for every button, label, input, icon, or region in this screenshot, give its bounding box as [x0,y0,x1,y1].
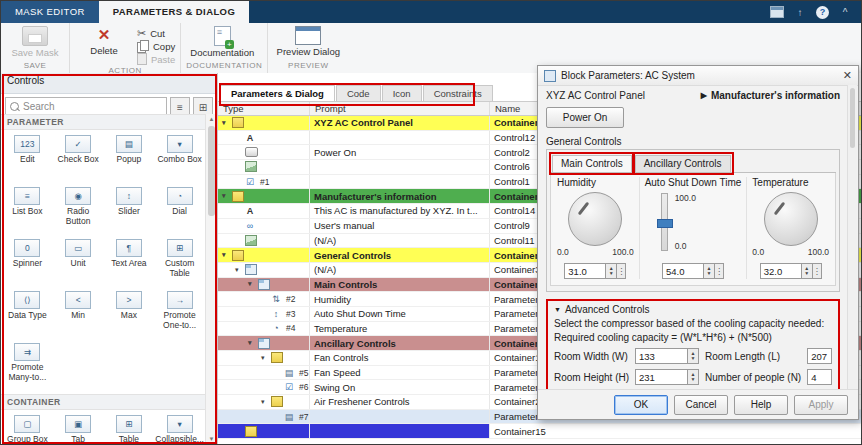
palette-item-spinner[interactable]: 0Spinner [2,235,53,287]
shutdown-slider[interactable] [661,193,668,251]
prompt-cell[interactable]: Power On [310,145,490,159]
prompt-cell[interactable]: XYZ AC Control Panel [310,116,490,130]
expand-caret-icon[interactable]: ▾ [222,192,231,200]
type-cell[interactable]: A [218,131,310,145]
scrollbar-thumb[interactable] [850,88,855,148]
spinner-arrows-icon[interactable]: ▲▼ [802,263,813,279]
type-cell[interactable]: ⇅#2 [218,292,310,306]
prompt-cell[interactable]: (N/A) [310,263,490,277]
prompt-cell[interactable] [310,160,490,174]
expand-caret-icon[interactable]: ▾ [261,398,270,406]
name-cell[interactable]: Container15 [490,424,861,438]
palette-item-data-type[interactable]: ⟨⟩Data Type [2,287,53,339]
type-cell[interactable]: ▾ [218,395,310,409]
palette-item-popup[interactable]: ▤Popup [104,131,155,183]
temperature-dial[interactable] [764,192,818,246]
palette-item-custom-table[interactable]: ⊞Custom Table [154,235,205,287]
prompt-cell[interactable] [310,131,490,145]
type-cell[interactable]: ☑#6 [218,380,310,394]
prompt-cell[interactable]: Ancillary Controls [310,336,490,350]
type-cell[interactable]: ▾ [218,351,310,365]
search-input[interactable]: Search [5,97,167,115]
palette-item-slider[interactable]: ↕Slider [104,183,155,235]
type-cell[interactable]: ☑#1 [218,175,310,189]
prompt-cell[interactable]: (N/A) [310,234,490,248]
more-options-icon[interactable]: ⋮ [715,263,724,279]
prompt-cell[interactable]: Fan Controls [310,351,490,365]
humidity-value[interactable]: 31.0 [564,263,606,279]
palette-item-collapsible[interactable]: ▾Collapsible... [154,411,205,444]
help-button[interactable]: Help [734,395,788,415]
palette-item-table[interactable]: ⊞Table [104,411,155,444]
power-on-button[interactable]: Power On [546,107,624,128]
palette-scrollbar[interactable]: ▲ ▼ [205,114,217,444]
spinner-arrows-icon[interactable]: ▲▼ [688,369,699,385]
palette-item-max[interactable]: >Max [104,287,155,339]
room-height-value[interactable]: 231 [635,369,688,385]
dialog-titlebar[interactable]: Block Parameters: AC System ✕ [538,66,858,86]
palette-item-promote-one-to[interactable]: →Promote One-to... [154,287,205,339]
palette-item-edit[interactable]: 123Edit [2,131,53,183]
collapse-caret-icon[interactable]: ▼ [554,306,561,313]
scroll-down-icon[interactable]: ▼ [209,434,215,444]
expand-caret-icon[interactable]: ▾ [235,266,244,274]
expand-caret-icon[interactable]: ▾ [222,119,231,127]
palette-item-text-area[interactable]: ¶Text Area [104,235,155,287]
expand-caret-icon[interactable]: ▾ [248,280,257,288]
documentation-button[interactable]: Documentation [186,25,258,58]
prompt-cell[interactable]: Fan Speed [310,366,490,380]
delete-button[interactable]: ✕ Delete [75,25,133,56]
palette-item-promote-many-to[interactable]: ⇉Promote Many-to... [2,339,53,391]
editor-tab-constraints[interactable]: Constraints [423,85,493,101]
manufacturer-info-toggle[interactable]: ▶ Manufacturer's information [701,90,840,101]
editor-tab-parameters-dialog[interactable]: Parameters & Dialog [220,85,335,101]
cut-button[interactable]: ✂Cut [137,27,175,39]
room-length-value[interactable]: 207 [807,348,832,364]
palette-item-unit[interactable]: ▭Unit [53,235,104,287]
more-options-icon[interactable]: ⋮ [813,263,822,279]
column-header-prompt[interactable]: Prompt [310,102,490,115]
expand-caret-icon[interactable]: ▾ [222,251,231,259]
people-count-value[interactable]: 4 [807,369,832,385]
spinner-arrows-icon[interactable]: ▲▼ [688,348,699,364]
preview-dialog-button[interactable]: Preview Dialog [273,25,343,57]
scroll-up-icon[interactable]: ▲ [209,114,215,124]
palette-item-combo-box[interactable]: ▾Combo Box [154,131,205,183]
prompt-cell[interactable]: Manufacturer's information [310,189,490,203]
palette-item-dial[interactable]: ◔Dial [154,183,205,235]
slider-handle[interactable] [657,219,673,228]
cancel-button[interactable]: Cancel [674,395,728,415]
dialog-tab-main-controls[interactable]: Main Controls [552,155,632,172]
help-icon[interactable]: ? [816,6,829,19]
shutdown-value[interactable]: 54.0 [662,263,704,279]
scrollbar-thumb[interactable] [208,126,215,216]
prompt-cell[interactable]: Humidity [310,292,490,306]
palette-item-group-box[interactable]: ▢Group Box [2,411,53,444]
type-cell[interactable]: ▤#7 [218,410,310,424]
temperature-value[interactable]: 32.0 [760,263,802,279]
prompt-cell[interactable]: User's manual [310,219,490,233]
type-cell[interactable]: ▾ [218,248,310,262]
prompt-cell[interactable] [310,410,490,424]
tab-parameters-dialog[interactable]: PARAMETERS & DIALOG [99,1,249,23]
type-cell[interactable]: ◔#4 [218,322,310,336]
prompt-cell[interactable]: Air Freshener Controls [310,395,490,409]
type-cell[interactable]: ▤#5 [218,366,310,380]
expand-caret-icon[interactable]: ▾ [248,339,257,347]
close-icon[interactable]: ✕ [843,69,852,82]
more-options-icon[interactable]: ⋮ [617,263,626,279]
type-cell[interactable]: ▾ [218,336,310,350]
type-cell[interactable]: ▾ [218,116,310,130]
palette-item-list-box[interactable]: ≡List Box [2,183,53,235]
room-width-value[interactable]: 133 [635,348,688,364]
upload-icon[interactable]: ↑ [793,5,807,19]
spinner-arrows-icon[interactable]: ▲▼ [606,263,617,279]
palette-item-min[interactable]: <Min [53,287,104,339]
spinner-arrows-icon[interactable]: ▲▼ [704,263,715,279]
prompt-cell[interactable] [310,424,490,438]
type-cell[interactable]: ▾ [218,278,310,292]
type-cell[interactable] [218,234,310,248]
type-cell[interactable]: ▾ [218,263,310,277]
prompt-cell[interactable]: Temperature [310,322,490,336]
editor-tab-code[interactable]: Code [336,85,381,101]
